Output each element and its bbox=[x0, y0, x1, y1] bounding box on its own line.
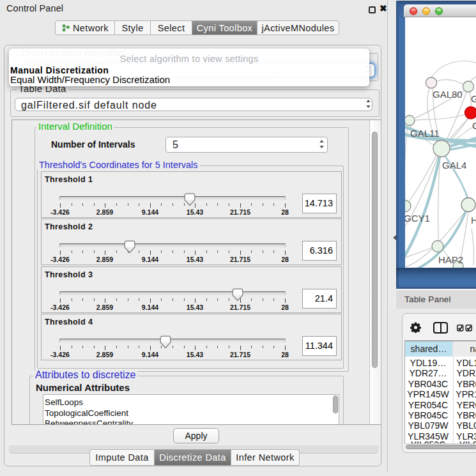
svg-text:GAL80: GAL80 bbox=[433, 89, 463, 100]
svg-text:GAL11: GAL11 bbox=[410, 128, 440, 139]
svg-text:H: H bbox=[471, 215, 476, 226]
svg-text:GCY1: GCY1 bbox=[405, 213, 430, 224]
svg-text:GAL4: GAL4 bbox=[442, 160, 466, 171]
svg-text:HAP2: HAP2 bbox=[438, 254, 463, 265]
svg-text:C: C bbox=[472, 120, 476, 131]
svg-text:G: G bbox=[471, 93, 476, 104]
